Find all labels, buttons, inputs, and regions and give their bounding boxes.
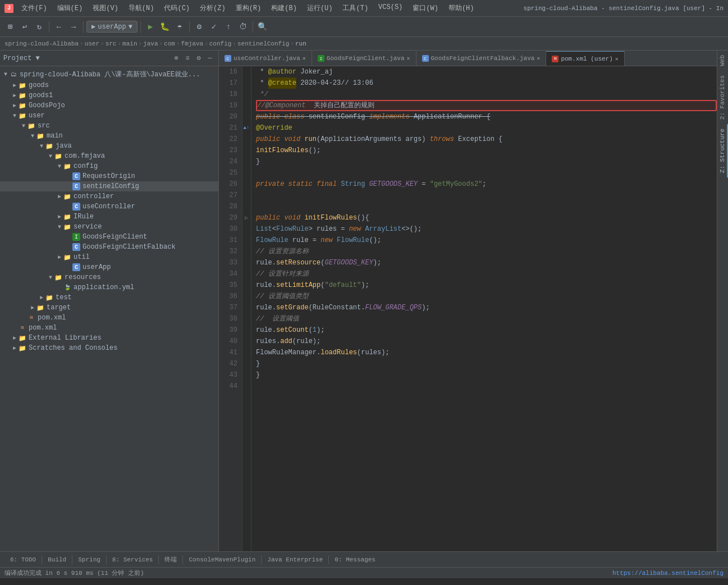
tree-item-2[interactable]: ►📁goods1 [0, 90, 218, 100]
menu-bar[interactable]: 文件(F)编辑(E)视图(V)导航(N)代码(C)分析(Z)重构(R)构建(B)… [17, 2, 479, 14]
breadcrumb-item-2[interactable]: src [106, 40, 117, 47]
tree-item-4[interactable]: ▼📁user [0, 111, 218, 121]
tree-arrow-8: ▼ [47, 153, 54, 159]
breadcrumb-item-0[interactable]: spring-cloud-Alibaba [4, 40, 79, 47]
tree-item-19[interactable]: CuserApp [0, 262, 218, 272]
menu-item-运行[interactable]: 运行(U) [303, 2, 337, 14]
tree-icon-folder-22: 📁 [45, 294, 54, 301]
toolbar-btn-run[interactable]: ▶ [144, 20, 157, 34]
tab-pom[interactable]: Mpom.xml (user)✕ [546, 51, 624, 66]
code-line-28 [256, 201, 717, 212]
tree-item-23[interactable]: ►📁target [0, 303, 218, 313]
breadcrumb-item-4[interactable]: java [143, 40, 158, 47]
breadcrumb-item-9[interactable]: run [295, 40, 306, 47]
breadcrumb-item-7[interactable]: config [209, 40, 232, 47]
tree-item-17[interactable]: CGoodsFeignClientFalback [0, 242, 218, 252]
bottom-link[interactable]: https://alibaba.sentinelConfig [612, 570, 724, 577]
toolbar-btn-1[interactable]: ⊞ [3, 20, 17, 34]
tree-item-3[interactable]: ►📁GoodsPojo [0, 100, 218, 111]
tab-close-GoodsFeignClientFalback[interactable]: ✕ [537, 55, 540, 62]
tree-item-27[interactable]: ►📁Scratches and Consoles [0, 343, 218, 353]
bottom-link-url[interactable]: https://alibaba.sentinelConfig [612, 570, 724, 577]
breadcrumb-item-1[interactable]: user [85, 40, 99, 47]
toolbar-btn-3[interactable]: ↻ [33, 20, 46, 34]
tree-item-9[interactable]: ▼📁config [0, 161, 218, 171]
menu-item-重构[interactable]: 重构(R) [231, 2, 266, 14]
sidebar-action-minimize[interactable]: — [205, 53, 215, 63]
tree-item-18[interactable]: ►📁util [0, 252, 218, 262]
tree-item-24[interactable]: mpom.xml [0, 313, 218, 323]
tree-item-25[interactable]: mpom.xml [0, 323, 218, 333]
tree-icon-folder-27: 📁 [18, 344, 27, 352]
toolbar-btn-git[interactable]: ⚙ [193, 20, 206, 34]
code-area[interactable]: * @author Joker_aj * @create 2020-04-23/… [251, 66, 717, 551]
menu-item-VCS[interactable]: VCS(S) [374, 2, 407, 14]
breadcrumb-item-3[interactable]: main [122, 40, 137, 47]
toolbar-btn-history[interactable]: ⏱ [236, 20, 250, 34]
menu-item-窗口[interactable]: 窗口(W) [408, 2, 443, 14]
tab-close-GoodsFeignClient[interactable]: ✕ [406, 55, 410, 62]
gutter-icon-21[interactable]: ▲↑ [242, 122, 250, 134]
toolbar-btn-back[interactable]: ← [52, 20, 66, 34]
status-tab-3[interactable]: 8: Services [107, 552, 159, 567]
tree-item-21[interactable]: 🍃application.yml [0, 282, 218, 292]
run-config-selector[interactable]: ▶ userApp ▼ [86, 21, 138, 33]
tree-item-26[interactable]: ►📁External Libraries [0, 333, 218, 343]
tree-item-12[interactable]: ►📁controller [0, 191, 218, 202]
toolbar-btn-commit[interactable]: ✓ [207, 20, 221, 34]
tab-close-useController[interactable]: ✕ [303, 55, 306, 62]
tree-item-1[interactable]: ►📁goods [0, 80, 218, 90]
tree-icon-c-10: C [72, 172, 81, 180]
line-num-34: 34 [219, 268, 242, 280]
right-tab-2[interactable]: Z: Structure [717, 124, 728, 177]
menu-item-代码[interactable]: 代码(C) [159, 2, 194, 14]
sidebar-action-collapse[interactable]: ≡ [182, 53, 193, 63]
status-tab-2[interactable]: Spring [72, 552, 106, 567]
toolbar-btn-coverage[interactable]: ☂ [173, 20, 186, 34]
tree-item-22[interactable]: ►📁test [0, 292, 218, 303]
breadcrumb-item-6[interactable]: fmjava [181, 40, 204, 47]
menu-item-编辑[interactable]: 编辑(E) [53, 2, 88, 14]
right-tab-1[interactable]: 2: Favorites [717, 71, 728, 124]
toolbar-btn-push[interactable]: ↑ [222, 20, 235, 34]
menu-item-构建[interactable]: 构建(B) [267, 2, 301, 14]
breadcrumb-item-8[interactable]: sentinelConfig [237, 40, 289, 47]
tree-item-16[interactable]: IGoodsFeignClient [0, 232, 218, 242]
tab-GoodsFeignClientFalback[interactable]: CGoodsFeignClientFalback.java✕ [416, 51, 547, 66]
tree-item-8[interactable]: ▼📁com.fmjava [0, 151, 218, 161]
toolbar-btn-fwd[interactable]: → [67, 20, 80, 34]
gutter-icon-29[interactable]: ▷ [242, 212, 250, 223]
tab-GoodsFeignClient[interactable]: IGoodsFeignClient.java✕ [312, 51, 416, 66]
status-tab-6[interactable]: Java Enterprise [262, 552, 328, 567]
menu-item-工具[interactable]: 工具(T) [338, 2, 373, 14]
tab-close-pom[interactable]: ✕ [615, 56, 619, 62]
status-tab-0[interactable]: 6: TODO [4, 552, 42, 567]
menu-item-文件[interactable]: 文件(F) [17, 2, 52, 14]
tab-useController[interactable]: CuseController.java✕ [219, 51, 312, 66]
tree-item-6[interactable]: ▼📁main [0, 131, 218, 141]
tree-item-13[interactable]: CuseController [0, 202, 218, 212]
toolbar-btn-debug[interactable]: 🐛 [158, 20, 172, 34]
tree-item-15[interactable]: ▼📁service [0, 222, 218, 232]
tree-item-20[interactable]: ▼📁resources [0, 272, 218, 282]
breadcrumb-item-5[interactable]: com [164, 40, 175, 47]
tree-item-7[interactable]: ▼📁java [0, 141, 218, 151]
status-tab-7[interactable]: 0: Messages [329, 552, 381, 567]
toolbar-btn-search[interactable]: 🔍 [256, 20, 269, 34]
sidebar-action-locate[interactable]: ⊕ [171, 53, 181, 63]
toolbar-btn-2[interactable]: ↩ [18, 20, 31, 34]
tree-item-5[interactable]: ▼📁src [0, 121, 218, 131]
tree-item-0[interactable]: ▼🗂spring-cloud-Alibaba 八\课-高新强\JavaEE就业.… [0, 68, 218, 80]
right-tab-0[interactable]: Web [717, 51, 728, 71]
menu-item-帮助[interactable]: 帮助(H) [444, 2, 479, 14]
status-tab-1[interactable]: Build [42, 552, 72, 567]
menu-item-视图[interactable]: 视图(V) [88, 2, 123, 14]
tree-item-10[interactable]: CRequestOrigin [0, 171, 218, 181]
tree-item-11[interactable]: CsentinelConfig [0, 181, 218, 191]
sidebar-action-settings[interactable]: ⚙ [194, 53, 204, 63]
menu-item-导航[interactable]: 导航(N) [124, 2, 159, 14]
status-tab-4[interactable]: 终端 [159, 552, 182, 567]
status-tab-5[interactable]: ConsoleMavenPlugin [183, 552, 261, 567]
menu-item-分析[interactable]: 分析(Z) [195, 2, 230, 14]
tree-item-14[interactable]: ►📁IRule [0, 212, 218, 222]
